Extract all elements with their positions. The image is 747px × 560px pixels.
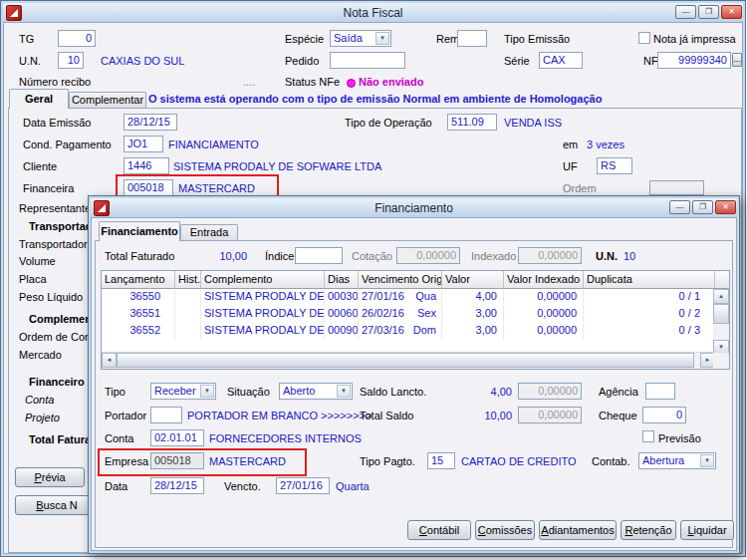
table-row[interactable]: 36551 SISTEMA PRODALY DE SOFW 00060 26/0… (102, 306, 715, 323)
tipo-select[interactable]: Receber ▼ (150, 383, 216, 400)
nota-fiscal-titlebar[interactable]: Nota Fiscal — ❐ ✕ (3, 3, 743, 22)
window-title: Nota Fiscal (343, 6, 402, 20)
retencao-button[interactable]: Retenção (621, 520, 676, 540)
indexado-field: 0,00000 (518, 247, 582, 264)
total-faturado-value: 10,00 (187, 250, 247, 262)
especie-select[interactable]: Saída ▼ (330, 30, 391, 47)
serie-field[interactable]: CAX (539, 52, 583, 69)
financeira-name: MASTERCARD (178, 182, 255, 194)
sidebar-header-complemento: Complemen (29, 313, 92, 325)
sidebar-item-projeto: Projeto (25, 412, 60, 423)
financiamento-body: Financiamento Entrada Total Faturado 10,… (91, 217, 737, 551)
status-nfe-label: Status NFe (285, 76, 340, 88)
cell-complemento: SISTEMA PRODALY DE SOFW (201, 289, 325, 306)
portador-field[interactable] (150, 407, 182, 423)
cheque-label: Cheque (599, 410, 637, 421)
vertical-scrollbar[interactable]: ▲ ▼ (713, 289, 729, 355)
situacao-label: Situação (227, 386, 270, 398)
nf-more-button[interactable]: ... (732, 53, 742, 67)
ordem-label: Ordem (563, 182, 597, 194)
financeira-field[interactable]: 005018 (124, 179, 173, 196)
contab-select[interactable]: Abertura ▼ (638, 452, 716, 469)
table-row[interactable]: 36550 SISTEMA PRODALY DE SOFW 00030 27/0… (102, 289, 715, 306)
scroll-left-icon[interactable]: ◄ (102, 353, 117, 368)
cell-dias: 00030 (325, 289, 359, 306)
maximize-button[interactable]: ❐ (692, 200, 713, 214)
col-valor[interactable]: Valor (442, 271, 504, 289)
pedido-field[interactable] (330, 52, 405, 69)
minimize-button[interactable]: — (669, 200, 690, 214)
un-label: U.N. (596, 250, 618, 262)
remessa-field[interactable] (457, 30, 487, 47)
especie-label: Espécie (285, 33, 324, 45)
tab-financiamento[interactable]: Financiamento (99, 221, 180, 241)
col-complemento[interactable]: Complemento (201, 271, 325, 289)
col-lancamento[interactable]: Lançamento (102, 271, 175, 289)
cliente-field[interactable]: 1446 (124, 157, 169, 174)
cell-duplicata: 0 / 2 (584, 306, 715, 323)
indice-field[interactable] (295, 247, 343, 264)
scrollbar-thumb[interactable] (117, 353, 694, 368)
comissoes-button[interactable]: Comissões (475, 520, 535, 540)
liquidar-button[interactable]: Liquidar (680, 520, 734, 540)
scroll-up-icon[interactable]: ▲ (713, 289, 729, 304)
app-icon (94, 200, 110, 216)
cotacao-label: Cotação (352, 250, 392, 262)
cell-complemento: SISTEMA PRODALY DE SOFW (201, 306, 325, 323)
agencia-field[interactable] (645, 383, 675, 400)
col-dias[interactable]: Dias (325, 271, 359, 289)
chevron-down-icon: ▼ (200, 385, 214, 398)
portador-label: Portador (105, 410, 146, 421)
nota-ja-impressa-checkbox[interactable] (638, 32, 650, 44)
previa-button[interactable]: Prévia (15, 467, 85, 487)
previsao-checkbox[interactable] (642, 430, 654, 442)
maximize-button[interactable]: ❐ (698, 5, 719, 19)
tipo-label: Tipo (105, 386, 125, 398)
cell-lancamento: 36552 (102, 323, 175, 340)
financiamento-titlebar[interactable]: Financiamento — ❐ ✕ (91, 198, 737, 217)
vencto-label: Vencto. (224, 480, 261, 492)
adiantamentos-button[interactable]: Adiantamentos (539, 520, 617, 540)
un-field[interactable]: 10 (58, 52, 84, 69)
col-duplicata[interactable]: Duplicata (584, 271, 715, 289)
cheque-field[interactable]: 0 (642, 407, 686, 423)
contabil-button[interactable]: Contábil (407, 520, 471, 540)
busca-nota-button[interactable]: Busca N (15, 495, 99, 515)
empresa-field[interactable]: 005018 (150, 452, 204, 469)
cell-duplicata: 0 / 1 (584, 289, 715, 306)
close-button[interactable]: ✕ (721, 5, 742, 19)
data-field[interactable]: 28/12/15 (150, 477, 204, 494)
col-valor-indexado[interactable]: Valor Indexado (504, 271, 584, 289)
tab-geral[interactable]: Geral (9, 89, 69, 109)
scrollbar-thumb[interactable] (713, 304, 729, 324)
horizontal-scrollbar[interactable]: ◄ ► (102, 352, 715, 369)
col-vencimento-orig[interactable]: Vencimento Orig. (359, 271, 442, 289)
cell-valor-indexado: 0,00000 (504, 306, 584, 323)
ordem-field[interactable] (649, 180, 704, 195)
tab-complementar[interactable]: Complementar (69, 92, 146, 108)
minimize-button[interactable]: — (675, 5, 696, 19)
conta-field[interactable]: 02.01.01 (150, 429, 204, 446)
tab-entrada[interactable]: Entrada (180, 224, 238, 240)
tg-field[interactable]: 0 (58, 30, 96, 47)
tipo-pagto-field[interactable]: 15 (427, 452, 455, 469)
conta-name: FORNECEDORES INTERNOS (209, 432, 362, 444)
sidebar-item-placa: Placa (19, 273, 47, 285)
tipo-operacao-field[interactable]: 511.09 (447, 114, 497, 131)
uf-field[interactable]: RS (597, 157, 632, 174)
saldo-lancto-label: Saldo Lancto. (360, 386, 426, 398)
tipo-operacao-name: VENDA ISS (504, 117, 562, 129)
col-hist[interactable]: Hist. (175, 271, 201, 289)
vencto-field[interactable]: 27/01/16 (276, 477, 330, 494)
nfe-status-icon (347, 79, 356, 88)
nf-field[interactable]: 99999340 (657, 52, 731, 69)
cell-vencimento: 27/01/16Qua (359, 289, 442, 306)
data-emissao-field[interactable]: 28/12/15 (124, 114, 177, 131)
table-row[interactable]: 36552 SISTEMA PRODALY DE SOFW 00090 27/0… (102, 323, 715, 340)
cond-pagamento-field[interactable]: JO1 (124, 136, 163, 152)
col-filler (715, 271, 729, 289)
indexado-label: Indexado (471, 250, 516, 262)
situacao-select[interactable]: Aberto ▼ (279, 383, 353, 400)
cell-valor-indexado: 0,00000 (504, 323, 584, 340)
close-button[interactable]: ✕ (715, 200, 736, 214)
